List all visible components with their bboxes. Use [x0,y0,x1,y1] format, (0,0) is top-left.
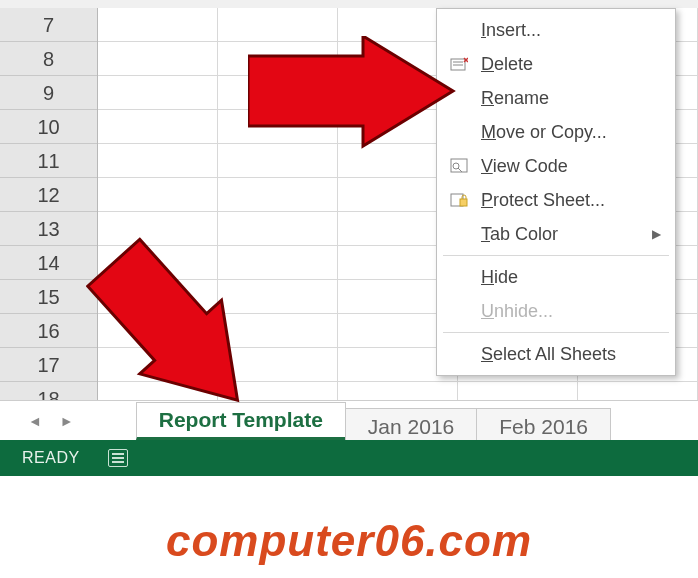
status-text: READY [22,449,80,467]
sheet-tabs: Report Template Jan 2016 Feb 2016 [136,401,610,440]
tab-nav: ◄ ► [0,413,98,429]
sheet-tab-label: Jan 2016 [368,415,454,439]
column-header-strip [0,0,698,8]
macro-record-icon[interactable] [108,449,128,467]
sheet-tab-strip: ◄ ► Report Template Jan 2016 Feb 2016 [0,400,698,440]
menu-item-label: Tab Color [481,224,644,245]
row-header[interactable]: 17 [0,348,97,382]
sheet-tab-feb-2016[interactable]: Feb 2016 [476,408,611,444]
menu-item-label: Delete [481,54,661,75]
row-header[interactable]: 9 [0,76,97,110]
menu-item-protect-sheet[interactable]: Protect Sheet... [437,183,675,217]
menu-item-hide[interactable]: Hide [437,260,675,294]
sheet-tab-context-menu: Insert... Delete Rename Move or Copy... … [436,8,676,376]
svg-line-7 [458,168,462,172]
menu-item-select-all-sheets[interactable]: Select All Sheets [437,337,675,371]
sheet-tab-label: Feb 2016 [499,415,588,439]
menu-item-label: Insert... [481,20,661,41]
row-header[interactable]: 8 [0,42,97,76]
menu-item-label: Rename [481,88,661,109]
menu-item-delete[interactable]: Delete [437,47,675,81]
tab-next-button[interactable]: ► [60,413,74,429]
row-header[interactable]: 13 [0,212,97,246]
row-header[interactable]: 11 [0,144,97,178]
sheet-tab-label: Report Template [159,408,323,432]
menu-item-label: View Code [481,156,661,177]
menu-item-view-code[interactable]: View Code [437,149,675,183]
row-header[interactable]: 10 [0,110,97,144]
row-header[interactable]: 12 [0,178,97,212]
sheet-tab-report-template[interactable]: Report Template [136,402,346,440]
protect-sheet-icon [445,192,473,208]
menu-item-tab-color[interactable]: Tab Color ▶ [437,217,675,251]
row-header[interactable]: 7 [0,8,97,42]
menu-item-label: Unhide... [481,301,661,322]
watermark-text: computer06.com [0,516,698,566]
menu-item-move-or-copy[interactable]: Move or Copy... [437,115,675,149]
row-header[interactable]: 15 [0,280,97,314]
row-header[interactable]: 14 [0,246,97,280]
menu-item-label: Move or Copy... [481,122,661,143]
menu-item-label: Hide [481,267,661,288]
menu-separator [443,255,669,256]
menu-item-label: Select All Sheets [481,344,661,365]
excel-window: 7 8 9 10 11 12 13 14 15 16 17 18 ◄ ► Rep [0,0,698,476]
menu-item-label: Protect Sheet... [481,190,661,211]
menu-separator [443,332,669,333]
svg-rect-9 [460,199,467,206]
submenu-arrow-icon: ▶ [652,227,661,241]
view-code-icon [445,158,473,174]
delete-cells-icon [445,56,473,72]
menu-item-unhide: Unhide... [437,294,675,328]
row-header[interactable]: 16 [0,314,97,348]
tab-prev-button[interactable]: ◄ [28,413,42,429]
menu-item-insert[interactable]: Insert... [437,13,675,47]
menu-item-rename[interactable]: Rename [437,81,675,115]
row-headers: 7 8 9 10 11 12 13 14 15 16 17 18 [0,8,98,416]
status-bar: READY [0,440,698,476]
sheet-tab-jan-2016[interactable]: Jan 2016 [345,408,477,444]
